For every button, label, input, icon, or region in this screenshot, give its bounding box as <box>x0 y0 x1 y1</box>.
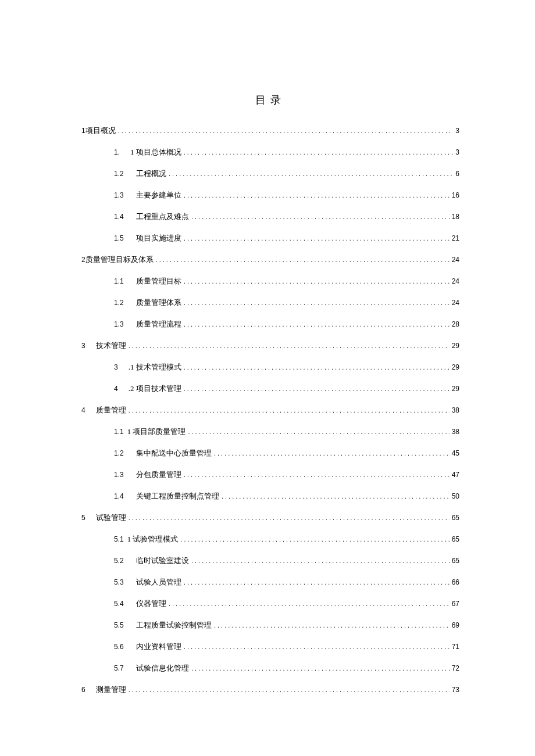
toc-entry: 5试验管理...................................… <box>81 514 459 521</box>
toc-entry-number: 1.3 <box>114 471 133 478</box>
toc-entry-page: 24 <box>452 299 459 306</box>
toc-leader-dots: ........................................… <box>184 235 450 242</box>
toc-leader-dots: ........................................… <box>184 579 450 586</box>
toc-entry: 1.3主要参建单位...............................… <box>114 191 459 199</box>
toc-leader-dots: ........................................… <box>169 601 450 607</box>
toc-entry-label: .1 技术管理模式 <box>129 363 181 371</box>
toc-entry-label: 质量管理流程 <box>136 320 181 328</box>
toc-entry: 5.11 试验管理模式.............................… <box>114 535 459 543</box>
toc-entry: 4.2 项目技术管理..............................… <box>114 385 459 392</box>
toc-entry-number: 5.1 <box>114 536 124 543</box>
toc-entry-number: 1.2 <box>114 170 133 177</box>
toc-entry: 5.3试验人员管理...............................… <box>114 578 459 586</box>
toc-entry-page: 21 <box>452 235 459 242</box>
toc-entry-number: 4 <box>114 385 118 392</box>
toc-entry-number: 3 <box>81 342 85 349</box>
toc-title: 目录 <box>81 93 459 107</box>
toc-entry-page: 66 <box>452 579 459 586</box>
toc-entry: 5.5工程质量试验控制管理...........................… <box>114 621 459 629</box>
toc-entry: 3.1 技术管理模式..............................… <box>114 363 459 371</box>
toc-container: 1项目概况...................................… <box>81 127 459 693</box>
toc-entry-number: 1. <box>114 149 120 156</box>
toc-leader-dots: ........................................… <box>169 171 453 177</box>
toc-entry: 4质量管理...................................… <box>81 406 459 414</box>
toc-entry: 1.2质量管理体系...............................… <box>114 299 459 306</box>
toc-leader-dots: ........................................… <box>129 687 450 693</box>
toc-entry-number: 1 <box>81 127 85 134</box>
toc-entry-number: 5.6 <box>114 643 133 650</box>
toc-entry-label: 技术管理 <box>96 342 126 349</box>
toc-entry-page: 3 <box>455 127 459 134</box>
toc-entry-label: 工程概况 <box>136 170 166 177</box>
toc-entry-number: 5.3 <box>114 579 133 586</box>
toc-leader-dots: ........................................… <box>188 429 449 435</box>
toc-entry: 5.4仪器管理.................................… <box>114 600 459 607</box>
toc-entry-page: 29 <box>452 364 459 371</box>
toc-entry-page: 65 <box>452 536 459 543</box>
toc-entry: 1.2集中配送中心质量管理...........................… <box>114 449 459 457</box>
toc-entry-page: 24 <box>452 278 459 285</box>
toc-entry-page: 18 <box>452 213 459 220</box>
toc-entry-label: 质量管理目标 <box>136 277 181 285</box>
toc-entry: 5.2临时试验室建设..............................… <box>114 557 459 564</box>
toc-leader-dots: ........................................… <box>129 407 450 414</box>
toc-entry-number: 5.4 <box>114 600 133 607</box>
toc-entry-number: 1.2 <box>114 299 133 306</box>
toc-entry-page: 28 <box>452 321 459 328</box>
toc-leader-dots: ........................................… <box>184 192 450 199</box>
toc-entry-label: 质量管理 <box>96 406 126 414</box>
toc-entry-page: 47 <box>452 471 459 478</box>
toc-leader-dots: ........................................… <box>184 386 450 392</box>
toc-entry-page: 29 <box>452 342 459 349</box>
toc-entry: 1.3分包质量管理...............................… <box>114 471 459 478</box>
toc-leader-dots: ........................................… <box>184 321 450 328</box>
toc-entry-page: 71 <box>452 643 459 650</box>
toc-entry-page: 65 <box>452 514 459 521</box>
toc-entry: 1.5项目实施进度...............................… <box>114 234 459 242</box>
toc-entry-label: 关键工程质量控制点管理 <box>136 492 219 500</box>
toc-entry: 1项目概况...................................… <box>81 127 459 134</box>
toc-entry-label: 分包质量管理 <box>136 471 181 478</box>
toc-entry: 1.4工程重点及难点..............................… <box>114 213 459 220</box>
toc-entry-page: 38 <box>452 407 459 414</box>
toc-leader-dots: ........................................… <box>184 149 454 156</box>
toc-leader-dots: ........................................… <box>191 665 450 672</box>
toc-entry-label: 仪器管理 <box>136 600 166 607</box>
toc-entry-label: 质量管理目标及体系 <box>85 256 154 263</box>
toc-entry-label: 试验管理 <box>96 514 126 521</box>
toc-entry-label: 1 项目总体概况 <box>130 148 181 156</box>
toc-entry-page: 24 <box>452 256 459 263</box>
toc-leader-dots: ........................................… <box>222 493 450 500</box>
toc-entry: 1.1 项目总体概况..............................… <box>114 148 459 156</box>
toc-entry-page: 6 <box>455 170 459 177</box>
toc-entry-number: 3 <box>114 364 118 371</box>
toc-entry-number: 1.1 <box>114 428 124 435</box>
toc-entry-label: 质量管理体系 <box>136 299 181 306</box>
toc-entry-number: 1.4 <box>114 493 133 500</box>
toc-entry-label: 主要参建单位 <box>136 191 181 199</box>
toc-entry-page: 38 <box>452 428 459 435</box>
toc-entry-page: 50 <box>452 493 459 500</box>
toc-entry: 3技术管理...................................… <box>81 342 459 349</box>
toc-entry-number: 1.1 <box>114 278 133 285</box>
toc-leader-dots: ........................................… <box>184 278 450 285</box>
toc-entry-page: 69 <box>452 622 459 629</box>
toc-entry-number: 1.5 <box>114 235 133 242</box>
toc-entry-page: 72 <box>452 665 459 672</box>
toc-leader-dots: ........................................… <box>214 450 450 457</box>
toc-entry-label: 工程质量试验控制管理 <box>136 621 212 629</box>
toc-entry-number: 5.7 <box>114 665 133 672</box>
toc-entry-label: 试验人员管理 <box>136 578 181 586</box>
toc-leader-dots: ........................................… <box>118 128 454 134</box>
toc-entry-page: 67 <box>452 600 459 607</box>
toc-entry-number: 5.5 <box>114 622 133 629</box>
toc-leader-dots: ........................................… <box>180 536 449 543</box>
toc-entry-number: 1.4 <box>114 213 133 220</box>
toc-entry: 1.2工程概况.................................… <box>114 170 459 177</box>
toc-entry-label: 临时试验室建设 <box>136 557 189 564</box>
toc-entry: 1.1质量管理目标...............................… <box>114 277 459 285</box>
toc-entry-page: 29 <box>452 385 459 392</box>
toc-entry-label: 集中配送中心质量管理 <box>136 449 212 457</box>
toc-entry-number: 5 <box>81 514 85 521</box>
toc-leader-dots: ........................................… <box>129 343 450 349</box>
